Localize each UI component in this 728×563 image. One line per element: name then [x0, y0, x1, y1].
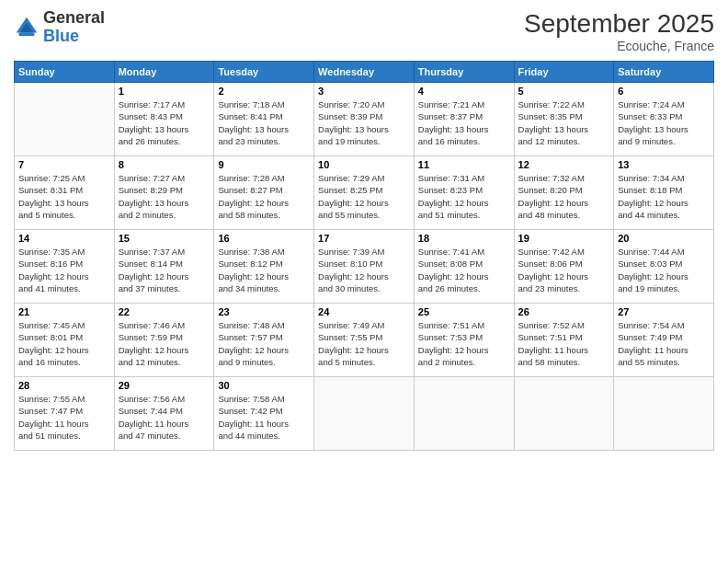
col-friday: Friday: [514, 62, 614, 83]
day-cell: 27Sunrise: 7:54 AMSunset: 7:49 PMDayligh…: [614, 304, 714, 377]
day-info: Sunrise: 7:52 AMSunset: 7:51 PMDaylight:…: [518, 319, 610, 368]
day-cell: 14Sunrise: 7:35 AMSunset: 8:16 PMDayligh…: [15, 230, 115, 304]
col-monday: Monday: [114, 62, 214, 83]
day-info: Sunrise: 7:49 AMSunset: 7:55 PMDaylight:…: [318, 319, 410, 368]
week-row-1: 7Sunrise: 7:25 AMSunset: 8:31 PMDaylight…: [15, 156, 714, 230]
logo-general-text: General: [43, 8, 105, 27]
day-info: Sunrise: 7:25 AMSunset: 8:31 PMDaylight:…: [18, 172, 110, 221]
day-number: 11: [418, 159, 510, 170]
day-info: Sunrise: 7:44 AMSunset: 8:03 PMDaylight:…: [618, 246, 710, 294]
header-row: Sunday Monday Tuesday Wednesday Thursday…: [15, 62, 714, 83]
day-cell: 4Sunrise: 7:21 AMSunset: 8:37 PMDaylight…: [414, 83, 514, 156]
day-number: 6: [618, 86, 710, 97]
day-cell: [614, 377, 714, 451]
title-block: September 2025 Ecouche, France: [524, 9, 714, 53]
day-cell: [414, 377, 514, 451]
calendar-table: Sunday Monday Tuesday Wednesday Thursday…: [14, 61, 714, 451]
day-info: Sunrise: 7:41 AMSunset: 8:08 PMDaylight:…: [418, 246, 510, 294]
day-number: 4: [418, 86, 510, 97]
day-cell: 28Sunrise: 7:55 AMSunset: 7:47 PMDayligh…: [15, 377, 115, 451]
day-cell: 15Sunrise: 7:37 AMSunset: 8:14 PMDayligh…: [114, 230, 214, 304]
day-info: Sunrise: 7:39 AMSunset: 8:10 PMDaylight:…: [318, 246, 410, 294]
calendar-header: Sunday Monday Tuesday Wednesday Thursday…: [15, 62, 714, 83]
day-info: Sunrise: 7:31 AMSunset: 8:23 PMDaylight:…: [418, 172, 510, 221]
day-cell: 24Sunrise: 7:49 AMSunset: 7:55 PMDayligh…: [314, 304, 415, 377]
day-cell: 30Sunrise: 7:58 AMSunset: 7:42 PMDayligh…: [214, 377, 314, 451]
day-info: Sunrise: 7:37 AMSunset: 8:14 PMDaylight:…: [119, 246, 210, 294]
day-number: 13: [618, 159, 710, 170]
col-sunday: Sunday: [15, 62, 115, 83]
day-cell: 29Sunrise: 7:56 AMSunset: 7:44 PMDayligh…: [114, 377, 214, 451]
day-info: Sunrise: 7:27 AMSunset: 8:29 PMDaylight:…: [119, 172, 210, 221]
day-info: Sunrise: 7:20 AMSunset: 8:39 PMDaylight:…: [318, 98, 410, 147]
day-number: 16: [218, 233, 310, 244]
day-info: Sunrise: 7:58 AMSunset: 7:42 PMDaylight:…: [218, 393, 310, 442]
day-info: Sunrise: 7:55 AMSunset: 7:47 PMDaylight:…: [18, 393, 110, 442]
day-number: 20: [618, 233, 710, 244]
calendar-body: 1Sunrise: 7:17 AMSunset: 8:43 PMDaylight…: [15, 83, 714, 451]
day-info: Sunrise: 7:46 AMSunset: 7:59 PMDaylight:…: [119, 319, 210, 368]
day-number: 25: [418, 306, 510, 317]
day-number: 5: [518, 86, 610, 97]
day-number: 29: [119, 380, 210, 391]
week-row-2: 14Sunrise: 7:35 AMSunset: 8:16 PMDayligh…: [15, 230, 714, 304]
logo: General Blue: [14, 9, 105, 46]
day-info: Sunrise: 7:17 AMSunset: 8:43 PMDaylight:…: [119, 98, 210, 147]
week-row-4: 28Sunrise: 7:55 AMSunset: 7:47 PMDayligh…: [15, 377, 714, 451]
day-number: 21: [18, 306, 110, 317]
col-saturday: Saturday: [614, 62, 714, 83]
day-cell: 7Sunrise: 7:25 AMSunset: 8:31 PMDaylight…: [15, 156, 115, 230]
svg-rect-2: [19, 32, 35, 36]
day-info: Sunrise: 7:56 AMSunset: 7:44 PMDaylight:…: [119, 393, 210, 442]
day-info: Sunrise: 7:21 AMSunset: 8:37 PMDaylight:…: [418, 98, 510, 147]
day-info: Sunrise: 7:29 AMSunset: 8:25 PMDaylight:…: [318, 172, 410, 221]
page: General Blue September 2025 Ecouche, Fra…: [0, 0, 728, 563]
day-info: Sunrise: 7:45 AMSunset: 8:01 PMDaylight:…: [18, 319, 110, 368]
day-cell: 3Sunrise: 7:20 AMSunset: 8:39 PMDaylight…: [314, 83, 415, 156]
day-number: 7: [18, 159, 110, 170]
location: Ecouche, France: [524, 39, 714, 53]
day-number: 26: [518, 306, 610, 317]
day-info: Sunrise: 7:38 AMSunset: 8:12 PMDaylight:…: [218, 246, 310, 294]
header: General Blue September 2025 Ecouche, Fra…: [14, 9, 714, 53]
week-row-3: 21Sunrise: 7:45 AMSunset: 8:01 PMDayligh…: [15, 304, 714, 377]
day-cell: 1Sunrise: 7:17 AMSunset: 8:43 PMDaylight…: [114, 83, 214, 156]
day-number: 14: [18, 233, 110, 244]
day-number: 23: [218, 306, 310, 317]
day-number: 10: [318, 159, 410, 170]
col-tuesday: Tuesday: [214, 62, 314, 83]
day-cell: 20Sunrise: 7:44 AMSunset: 8:03 PMDayligh…: [614, 230, 714, 304]
day-cell: 16Sunrise: 7:38 AMSunset: 8:12 PMDayligh…: [214, 230, 314, 304]
day-info: Sunrise: 7:48 AMSunset: 7:57 PMDaylight:…: [218, 319, 310, 368]
col-thursday: Thursday: [414, 62, 514, 83]
logo-blue-text: Blue: [43, 27, 79, 45]
day-cell: 6Sunrise: 7:24 AMSunset: 8:33 PMDaylight…: [614, 83, 714, 156]
day-number: 3: [318, 86, 410, 97]
col-wednesday: Wednesday: [314, 62, 415, 83]
day-info: Sunrise: 7:54 AMSunset: 7:49 PMDaylight:…: [618, 319, 710, 368]
week-row-0: 1Sunrise: 7:17 AMSunset: 8:43 PMDaylight…: [15, 83, 714, 156]
day-number: 2: [218, 86, 310, 97]
day-cell: 13Sunrise: 7:34 AMSunset: 8:18 PMDayligh…: [614, 156, 714, 230]
day-number: 15: [119, 233, 210, 244]
day-cell: 19Sunrise: 7:42 AMSunset: 8:06 PMDayligh…: [514, 230, 614, 304]
day-number: 9: [218, 159, 310, 170]
month-title: September 2025: [524, 9, 714, 39]
day-number: 22: [119, 306, 210, 317]
day-info: Sunrise: 7:24 AMSunset: 8:33 PMDaylight:…: [618, 98, 710, 147]
day-info: Sunrise: 7:42 AMSunset: 8:06 PMDaylight:…: [518, 246, 610, 294]
day-cell: 2Sunrise: 7:18 AMSunset: 8:41 PMDaylight…: [214, 83, 314, 156]
day-cell: 22Sunrise: 7:46 AMSunset: 7:59 PMDayligh…: [114, 304, 214, 377]
day-cell: 8Sunrise: 7:27 AMSunset: 8:29 PMDaylight…: [114, 156, 214, 230]
day-number: 24: [318, 306, 410, 317]
day-number: 27: [618, 306, 710, 317]
day-cell: [514, 377, 614, 451]
day-info: Sunrise: 7:22 AMSunset: 8:35 PMDaylight:…: [518, 98, 610, 147]
day-number: 30: [218, 380, 310, 391]
day-number: 1: [119, 86, 210, 97]
day-cell: 12Sunrise: 7:32 AMSunset: 8:20 PMDayligh…: [514, 156, 614, 230]
day-info: Sunrise: 7:32 AMSunset: 8:20 PMDaylight:…: [518, 172, 610, 221]
day-cell: [314, 377, 415, 451]
day-cell: 21Sunrise: 7:45 AMSunset: 8:01 PMDayligh…: [15, 304, 115, 377]
day-cell: 25Sunrise: 7:51 AMSunset: 7:53 PMDayligh…: [414, 304, 514, 377]
